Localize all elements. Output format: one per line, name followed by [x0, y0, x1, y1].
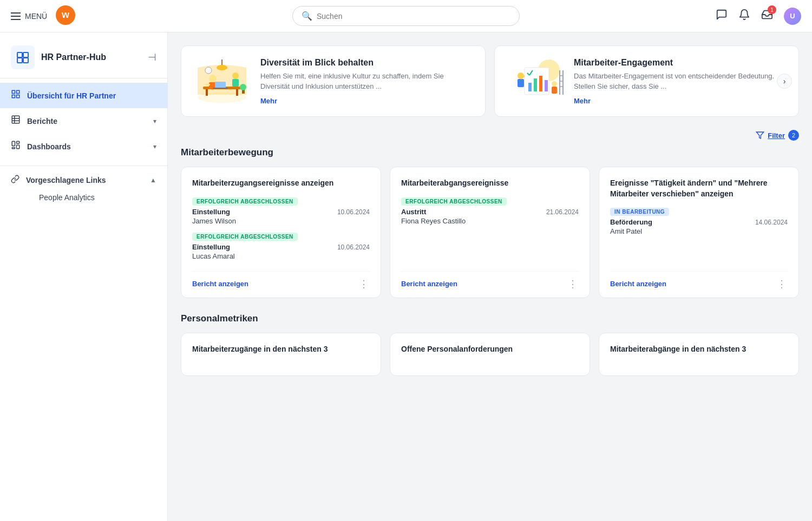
- topnav-icons: 1 U: [716, 8, 801, 25]
- hub-title: HR Partner-Hub: [41, 52, 106, 62]
- filter-count-badge: 2: [788, 130, 799, 141]
- svg-rect-14: [12, 141, 15, 146]
- svg-rect-46: [552, 87, 557, 94]
- abgangsereignisse-body: ERFOLGREICH ABGESCHLOSSEN Austritt 21.06…: [401, 196, 579, 267]
- abgangsereignisse-card: Mitarbeiterabgangsereignisse ERFOLGREICH…: [390, 167, 590, 298]
- sidebar-collapse-button[interactable]: ⊣: [148, 51, 156, 63]
- hub-icon: [11, 45, 35, 69]
- filter-button[interactable]: Filter: [756, 131, 785, 140]
- top-navigation: MENÜ w 🔍 1: [0, 0, 812, 32]
- svg-rect-7: [17, 90, 19, 93]
- personalmetriken-title: Personalmetriken: [181, 313, 799, 324]
- svg-text:w: w: [61, 9, 70, 20]
- svg-point-32: [240, 84, 246, 90]
- link-icon: [11, 175, 19, 186]
- svg-rect-43: [518, 79, 524, 87]
- hub-header: HR Partner-Hub ⊣: [0, 41, 167, 78]
- status-badge: IN BEARBEITUNG: [610, 208, 669, 216]
- promo-card-engagement: Mitarbeiter-Engagement Das Mitarbeiter-E…: [494, 45, 799, 117]
- diversity-link[interactable]: Mehr: [260, 97, 277, 105]
- dashboards-chevron: ▾: [153, 143, 156, 150]
- zugangsereignisse-card: Mitarbeiterzugangsereignisse anzeigen ER…: [181, 167, 381, 298]
- inbox-icon[interactable]: 1: [761, 9, 773, 23]
- zugaenge-card: Mitarbeiterzugänge in den nächsten 3: [181, 333, 381, 376]
- svg-rect-38: [539, 76, 542, 91]
- workday-logo[interactable]: w: [56, 5, 75, 27]
- sidebar-item-reports[interactable]: Berichte ▾: [0, 108, 167, 134]
- taetigkeitaendern-title: Ereignisse "Tätigkeit ändern" und "Mehre…: [610, 178, 788, 199]
- suggested-links-label: Vorgeschlagene Links: [26, 176, 143, 184]
- mitarbeiterbewegung-title: Mitarbeiterbewegung: [181, 147, 799, 158]
- zugangsereignisse-body: ERFOLGREICH ABGESCHLOSSEN Einstellung 10…: [192, 196, 370, 267]
- svg-rect-6: [12, 90, 15, 93]
- notifications-icon[interactable]: [738, 9, 750, 23]
- engagement-content: Mitarbeiter-Engagement Das Mitarbeiter-E…: [574, 58, 788, 105]
- filter-label: Filter: [768, 131, 785, 140]
- sidebar-item-overview[interactable]: Übersicht für HR Partner: [0, 83, 167, 108]
- offene-title: Offene Personalanforderungen: [401, 344, 579, 355]
- card-entry: ERFOLGREICH ABGESCHLOSSEN Austritt 21.06…: [401, 196, 579, 225]
- hamburger-icon: [11, 12, 21, 20]
- more-options-button[interactable]: ⋮: [777, 278, 788, 290]
- card-footer: Bericht anzeigen ⋮: [610, 271, 788, 290]
- svg-rect-28: [232, 79, 239, 87]
- status-badge: ERFOLGREICH ABGESCHLOSSEN: [192, 197, 298, 206]
- diversity-title: Diversität im Blick behalten: [260, 58, 474, 68]
- svg-point-27: [232, 72, 239, 79]
- entry-name: James Wilson: [192, 217, 370, 225]
- svg-rect-39: [545, 80, 548, 91]
- abgangsereignisse-title: Mitarbeiterabgangsereignisse: [401, 178, 579, 189]
- svg-rect-4: [17, 58, 22, 63]
- svg-rect-37: [534, 78, 537, 91]
- suggested-links-chevron: ▲: [150, 176, 156, 184]
- status-badge: ERFOLGREICH ABGESCHLOSSEN: [401, 197, 507, 206]
- engagement-desc: Das Mitarbeiter-Engagement ist von entsc…: [574, 71, 788, 92]
- personalmetriken-grid: Mitarbeiterzugänge in den nächsten 3 Off…: [181, 333, 799, 376]
- svg-rect-3: [23, 52, 28, 57]
- abgaenge-card: Mitarbeiterabgänge in den nächsten 3: [599, 333, 799, 376]
- people-analytics-link[interactable]: People Analytics: [11, 190, 156, 205]
- suggested-links-header[interactable]: Vorgeschlagene Links ▲: [11, 175, 156, 186]
- reports-chevron: ▾: [153, 117, 156, 125]
- entry-date: 14.06.2024: [755, 219, 788, 226]
- menu-button[interactable]: MENÜ: [11, 12, 47, 21]
- card-entry: ERFOLGREICH ABGESCHLOSSEN Einstellung 10…: [192, 196, 370, 225]
- diversity-desc: Helfen Sie mit, eine inklusive Kultur zu…: [260, 71, 474, 92]
- svg-rect-9: [17, 95, 19, 98]
- entry-name: Lucas Amaral: [192, 252, 370, 260]
- svg-point-33: [205, 67, 212, 74]
- svg-rect-2: [17, 52, 22, 57]
- taetigkeitaendern-card: Ereignisse "Tätigkeit ändern" und "Mehre…: [599, 167, 799, 298]
- mitarbeiterbewegung-grid: Mitarbeiterzugangsereignisse anzeigen ER…: [181, 167, 799, 298]
- bericht-anzeigen-link[interactable]: Bericht anzeigen: [610, 280, 666, 288]
- svg-point-45: [552, 81, 557, 87]
- search-input[interactable]: [317, 12, 510, 21]
- reports-icon: [11, 115, 21, 127]
- more-options-button[interactable]: ⋮: [568, 278, 579, 290]
- svg-point-30: [217, 65, 227, 70]
- engagement-illustration: [506, 57, 565, 105]
- entry-type: Beförderung: [610, 218, 652, 226]
- svg-rect-10: [12, 116, 19, 123]
- reports-label: Berichte: [27, 117, 147, 126]
- user-avatar[interactable]: U: [784, 8, 801, 25]
- entry-type: Einstellung: [192, 208, 230, 216]
- svg-point-22: [209, 75, 217, 82]
- promo-section: Diversität im Blick behalten Helfen Sie …: [181, 45, 799, 117]
- dashboards-icon: [11, 140, 21, 153]
- bericht-anzeigen-link[interactable]: Bericht anzeigen: [192, 280, 248, 288]
- abgaenge-title: Mitarbeiterabgänge in den nächsten 3: [610, 344, 788, 355]
- svg-rect-20: [206, 89, 208, 96]
- entry-type: Austritt: [401, 208, 426, 216]
- promo-next-button[interactable]: ›: [777, 74, 792, 89]
- messages-icon[interactable]: [716, 9, 728, 23]
- search-bar: 🔍: [292, 6, 520, 26]
- menu-label: MENÜ: [25, 12, 47, 21]
- more-options-button[interactable]: ⋮: [359, 278, 370, 290]
- entry-type: Einstellung: [192, 243, 230, 251]
- sidebar-item-dashboards[interactable]: Dashboards ▾: [0, 134, 167, 159]
- card-footer: Bericht anzeigen ⋮: [401, 271, 579, 290]
- svg-rect-17: [12, 148, 15, 149]
- bericht-anzeigen-link[interactable]: Bericht anzeigen: [401, 280, 457, 288]
- engagement-link[interactable]: Mehr: [574, 97, 591, 105]
